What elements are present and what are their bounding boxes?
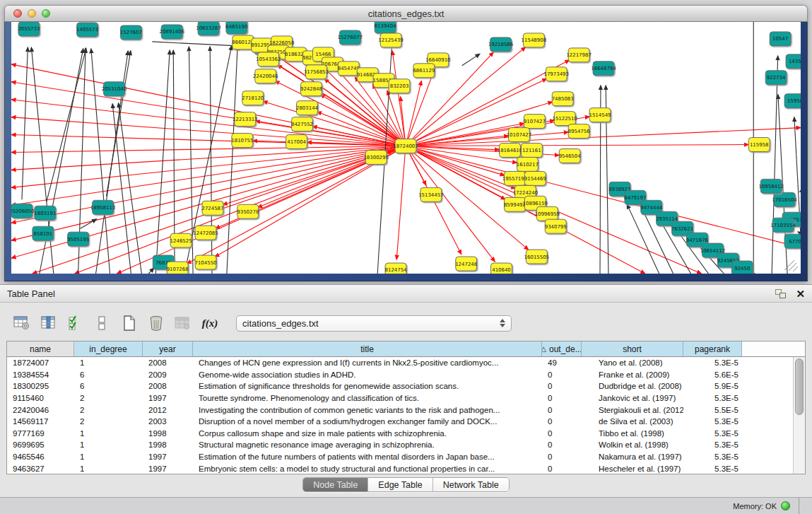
network-node[interactable]: 417004: [286, 135, 307, 149]
table-cell[interactable]: 9115460: [7, 394, 74, 402]
network-node[interactable]: 9107268: [167, 262, 189, 274]
table-cell[interactable]: 2: [74, 406, 143, 414]
table-cell[interactable]: Embryonic stem cells: a model to study s…: [193, 465, 542, 473]
network-node[interactable]: 10996959: [535, 206, 560, 221]
network-node[interactable]: 22420046: [253, 69, 278, 83]
network-node[interactable]: 8124754: [385, 263, 408, 274]
table-cell[interactable]: Genome-wide association studies in ADHD.: [193, 370, 542, 379]
network-node[interactable]: 14355: [786, 54, 801, 69]
table-cell[interactable]: 1: [74, 465, 143, 473]
network-node[interactable]: 17016504: [772, 192, 797, 206]
table-cell[interactable]: 2003: [143, 417, 193, 426]
table-cell[interactable]: 22420046: [7, 406, 74, 414]
table-cell[interactable]: 5.3E-5: [683, 465, 742, 473]
table-row[interactable]: 1938455462009Genome-wide association stu…: [7, 369, 793, 381]
network-node[interactable]: 12125439: [378, 33, 403, 47]
network-node[interactable]: 16015505: [524, 250, 549, 264]
network-node[interactable]: 1527607: [120, 25, 142, 40]
table-cell[interactable]: 9465546: [7, 452, 74, 461]
network-node[interactable]: 8139404: [375, 22, 397, 33]
table-cell[interactable]: 1997: [143, 452, 193, 461]
table-cell[interactable]: 0: [542, 429, 582, 438]
table-cell[interactable]: Investigating the contribution of common…: [193, 406, 542, 414]
table-cell[interactable]: 5.5E-5: [683, 406, 742, 414]
table-cell[interactable]: 49: [542, 358, 582, 367]
table-cell[interactable]: 19384554: [7, 370, 74, 379]
network-node[interactable]: 9154469: [524, 171, 546, 185]
network-node[interactable]: 1803191: [34, 206, 56, 220]
network-node[interactable]: 9350278: [237, 204, 259, 218]
table-cell[interactable]: 0: [542, 452, 582, 461]
network-node[interactable]: 8954756: [568, 124, 590, 139]
table-row[interactable]: 946362711997Embryonic stem cells: a mode…: [7, 462, 793, 474]
table-cell[interactable]: 5.3E-5: [683, 452, 742, 461]
network-node[interactable]: 1247248: [455, 257, 477, 271]
table-cell[interactable]: 5.3E-5: [683, 358, 742, 367]
network-node[interactable]: 19218586: [488, 37, 513, 52]
tab-node-table[interactable]: Node Table: [303, 478, 368, 491]
network-node[interactable]: 6465190: [225, 22, 247, 34]
table-cell[interactable]: Wolkin et al. (1998): [582, 440, 683, 449]
network-node[interactable]: 1405573: [76, 23, 98, 37]
network-node[interactable]: 7104550: [194, 255, 216, 269]
network-node[interactable]: 9546504: [559, 148, 582, 163]
network-node[interactable]: 18958113: [90, 200, 115, 214]
network-node[interactable]: 15276077: [338, 30, 363, 45]
table-cell[interactable]: 0: [542, 417, 582, 426]
table-cell[interactable]: 2012: [143, 406, 193, 414]
float-panel-icon[interactable]: [775, 289, 786, 298]
table-cell[interactable]: Dudbridge et al. (2008): [582, 382, 683, 390]
network-node[interactable]: 10107427: [507, 128, 531, 142]
table-cell[interactable]: 1: [74, 440, 143, 449]
table-cell[interactable]: 0: [542, 406, 582, 414]
table-cell[interactable]: 0: [542, 370, 582, 379]
column-header-short[interactable]: short: [582, 341, 683, 356]
network-node[interactable]: 18724007: [393, 139, 418, 153]
table-cell[interactable]: 5.3E-5: [683, 440, 742, 449]
column-header-pagerank[interactable]: pagerank: [683, 341, 742, 356]
table-cell[interactable]: Franke et al. (2009): [582, 370, 683, 379]
network-node[interactable]: 6861129: [413, 64, 435, 78]
network-node[interactable]: 11548908: [522, 33, 546, 47]
table-row[interactable]: 977716911998Corpus callosum shape and si…: [7, 428, 793, 440]
column-header-title[interactable]: title: [193, 341, 542, 356]
network-node[interactable]: 15134457: [418, 187, 443, 201]
column-header-in_degree[interactable]: in_degree: [74, 341, 143, 356]
table-cell[interactable]: 1: [74, 358, 143, 367]
network-node[interactable]: 17973493: [544, 67, 569, 81]
table-cell[interactable]: 6: [74, 370, 143, 379]
table-cell[interactable]: 6: [74, 382, 143, 390]
network-node[interactable]: 15122510: [552, 112, 577, 126]
select-all-button[interactable]: [65, 313, 86, 333]
create-column-button[interactable]: [119, 313, 140, 333]
table-selector-dropdown[interactable]: citations_edges.txt: [236, 315, 512, 332]
function-builder-button[interactable]: f(x): [199, 313, 220, 333]
table-cell[interactable]: 0: [542, 465, 582, 473]
table-cell[interactable]: 5.3E-5: [683, 394, 742, 402]
table-row[interactable]: 1456911722003Disruption of a novel membe…: [7, 416, 793, 428]
column-header-name[interactable]: name: [7, 341, 74, 356]
table-cell[interactable]: 14569117: [7, 417, 74, 426]
network-node[interactable]: 1514549: [589, 108, 611, 122]
network-node[interactable]: 10543362: [256, 52, 281, 66]
network-node[interactable]: 20891406: [159, 25, 184, 39]
table-cell[interactable]: Changes of HCN gene expression and I(f) …: [193, 358, 542, 367]
table-cell[interactable]: 0: [542, 394, 582, 402]
table-cell[interactable]: 1997: [143, 394, 193, 402]
network-node[interactable]: 2055733: [18, 22, 40, 36]
network-node[interactable]: 9505195: [67, 232, 89, 246]
vertical-scrollbar[interactable]: [793, 357, 805, 474]
network-node[interactable]: 8427552: [291, 117, 313, 132]
table-cell[interactable]: 2008: [143, 382, 193, 390]
scrollbar-thumb[interactable]: [795, 358, 804, 415]
network-node[interactable]: 115958: [748, 138, 770, 152]
network-node[interactable]: 10958412: [758, 179, 783, 193]
network-node[interactable]: 12213313: [233, 112, 257, 127]
table-cell[interactable]: 18300295: [7, 382, 74, 390]
network-node[interactable]: 10653287: [196, 22, 220, 35]
window-resize-grip[interactable]: [799, 498, 812, 514]
network-node[interactable]: 2803144: [296, 101, 319, 115]
table-row[interactable]: 2242004622012Investigating the contribut…: [7, 404, 793, 416]
network-node[interactable]: 31756851: [304, 65, 329, 79]
network-node[interactable]: 12217987: [566, 48, 591, 62]
